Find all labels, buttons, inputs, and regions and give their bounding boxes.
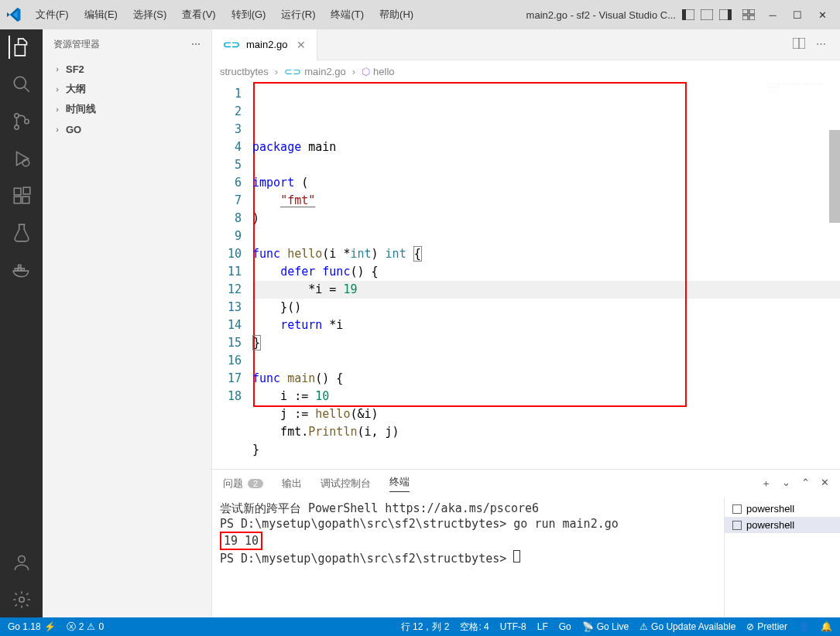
window-title: main2.go - sf2 - Visual Studio C... — [421, 9, 681, 21]
svg-rect-19 — [23, 187, 30, 194]
menu-run[interactable]: 运行(R) — [273, 5, 323, 25]
status-bar: Go 1.18 ⚡ ⓧ 2 ⚠ 0 行 12，列 2 空格: 4 UTF-8 L… — [0, 617, 840, 636]
code-editor[interactable]: 123456789101112131415161718 package main… — [212, 82, 840, 469]
svg-rect-1 — [682, 9, 686, 20]
terminal-list: powershell powershell — [724, 498, 840, 617]
svg-point-25 — [19, 597, 24, 603]
status-lang[interactable]: Go — [559, 621, 571, 632]
svg-point-24 — [18, 556, 25, 562]
editor-tabs: ⊂⊃ main2.go ✕ ⋯ — [212, 29, 840, 60]
panel-tab-output[interactable]: 输出 — [282, 477, 302, 491]
explorer-icon[interactable] — [9, 36, 33, 59]
customize-layout-icon[interactable] — [741, 8, 756, 22]
status-prettier[interactable]: ⊘ Prettier — [746, 621, 787, 632]
tab-close-icon[interactable]: ✕ — [297, 39, 306, 51]
sidebar-item-go[interactable]: ›GO — [43, 119, 211, 139]
settings-gear-icon[interactable] — [10, 588, 33, 611]
status-golive[interactable]: 📡 Go Live — [582, 621, 629, 632]
split-editor-icon[interactable] — [793, 38, 805, 51]
toggle-sidebar-icon[interactable] — [681, 8, 696, 22]
search-icon[interactable] — [10, 73, 33, 96]
menu-view[interactable]: 查看(V) — [174, 5, 223, 25]
minimap[interactable]: …… …… …… …… …… …… …… …… …… …… — [767, 82, 829, 144]
editor-area: ⊂⊃ main2.go ✕ ⋯ structbytes › ⊂⊃ main2.g… — [212, 29, 840, 617]
panel-tab-debug[interactable]: 调试控制台 — [321, 477, 371, 491]
run-debug-icon[interactable] — [10, 147, 33, 170]
svg-rect-16 — [14, 188, 21, 195]
more-actions-icon[interactable]: ⋯ — [816, 38, 826, 51]
menu-edit[interactable]: 编辑(E) — [77, 5, 125, 25]
svg-point-13 — [24, 119, 28, 123]
activity-bar — [0, 29, 43, 617]
extensions-icon[interactable] — [10, 184, 33, 207]
line-gutter: 123456789101112131415161718 — [212, 82, 252, 469]
close-panel-icon[interactable]: ✕ — [821, 477, 829, 491]
sidebar-title: 资源管理器 — [53, 38, 100, 51]
terminal-line: PS D:\mysetup\gopath\src\sf2\structbytes… — [220, 516, 716, 532]
layout-controls — [681, 8, 756, 22]
menu-help[interactable]: 帮助(H) — [372, 5, 421, 25]
menu-terminal[interactable]: 终端(T) — [323, 5, 372, 25]
terminal-prompt: PS D:\mysetup\gopath\src\sf2\structbytes… — [220, 552, 513, 566]
close-button[interactable]: ✕ — [811, 4, 834, 26]
terminal-dropdown-icon[interactable]: ⌄ — [782, 477, 790, 491]
menu-goto[interactable]: 转到(G) — [224, 5, 274, 25]
svg-rect-5 — [742, 9, 748, 14]
panel-tab-problems[interactable]: 问题 2 — [223, 477, 263, 491]
status-encoding[interactable]: UTF-8 — [500, 621, 526, 632]
status-linecol[interactable]: 行 12，列 2 — [401, 621, 450, 634]
new-terminal-icon[interactable]: ＋ — [761, 477, 771, 491]
svg-rect-6 — [749, 9, 755, 14]
status-feedback-icon[interactable]: 👤 — [798, 621, 810, 632]
sidebar-item-outline[interactable]: ›大纲 — [43, 79, 211, 99]
svg-line-10 — [24, 87, 29, 92]
status-go-version[interactable]: Go 1.18 ⚡ — [8, 621, 56, 632]
svg-rect-18 — [22, 197, 29, 203]
status-problems[interactable]: ⓧ 2 ⚠ 0 — [67, 621, 104, 634]
sidebar-item-sf2[interactable]: ›SF2 — [43, 59, 211, 79]
toggle-secondary-icon[interactable] — [718, 8, 733, 22]
breadcrumb-symbol: ⬡ hello — [362, 66, 394, 77]
vscode-logo-icon — [6, 7, 22, 22]
panel-tab-terminal[interactable]: 终端 — [389, 475, 410, 492]
breadcrumb[interactable]: structbytes › ⊂⊃ main2.go › ⬡ hello — [212, 60, 840, 82]
status-spaces[interactable]: 空格: 4 — [460, 621, 489, 634]
svg-rect-4 — [728, 9, 732, 20]
svg-rect-2 — [701, 9, 713, 20]
go-file-icon: ⊂⊃ — [223, 39, 240, 50]
status-bell-icon[interactable]: 🔔 — [821, 621, 832, 632]
svg-point-12 — [14, 125, 18, 129]
sidebar-more-icon[interactable]: ⋯ — [191, 39, 201, 50]
toggle-panel-icon[interactable] — [699, 8, 715, 22]
status-eol[interactable]: LF — [537, 621, 548, 632]
terminal-box-icon — [732, 521, 742, 530]
maximize-button[interactable]: ☐ — [786, 4, 809, 26]
menu-file[interactable]: 文件(F) — [28, 5, 77, 25]
terminal-item[interactable]: powershell — [725, 517, 840, 533]
svg-point-11 — [14, 114, 18, 118]
source-control-icon[interactable] — [10, 110, 33, 133]
breadcrumb-file: ⊂⊃ main2.go — [284, 66, 345, 77]
tab-label: main2.go — [246, 39, 287, 50]
docker-icon[interactable] — [10, 258, 33, 282]
tab-main2go[interactable]: ⊂⊃ main2.go ✕ — [212, 29, 317, 60]
svg-rect-8 — [749, 15, 755, 20]
menu-bar: 文件(F) 编辑(E) 选择(S) 查看(V) 转到(G) 运行(R) 终端(T… — [28, 5, 421, 25]
status-go-update[interactable]: ⚠ Go Update Available — [639, 621, 735, 632]
svg-point-9 — [14, 77, 26, 88]
terminal-box-icon — [732, 504, 742, 514]
svg-rect-7 — [742, 15, 748, 20]
terminal[interactable]: 尝试新的跨平台 PowerShell https://aka.ms/pscore… — [212, 498, 724, 617]
terminal-line: 尝试新的跨平台 PowerShell https://aka.ms/pscore… — [220, 501, 716, 516]
testing-icon[interactable] — [10, 221, 33, 244]
svg-rect-23 — [18, 265, 20, 268]
minimize-button[interactable]: ─ — [761, 4, 784, 26]
code-content[interactable]: package main import ( "fmt") func hello(… — [252, 82, 840, 469]
menu-select[interactable]: 选择(S) — [125, 5, 174, 25]
accounts-icon[interactable] — [10, 551, 33, 574]
breadcrumb-folder: structbytes — [220, 66, 269, 77]
maximize-panel-icon[interactable]: ⌃ — [801, 477, 810, 491]
annotation-box-output: 19 10 — [220, 532, 262, 550]
terminal-item[interactable]: powershell — [725, 501, 840, 517]
sidebar-item-timeline[interactable]: ›时间线 — [43, 99, 211, 119]
